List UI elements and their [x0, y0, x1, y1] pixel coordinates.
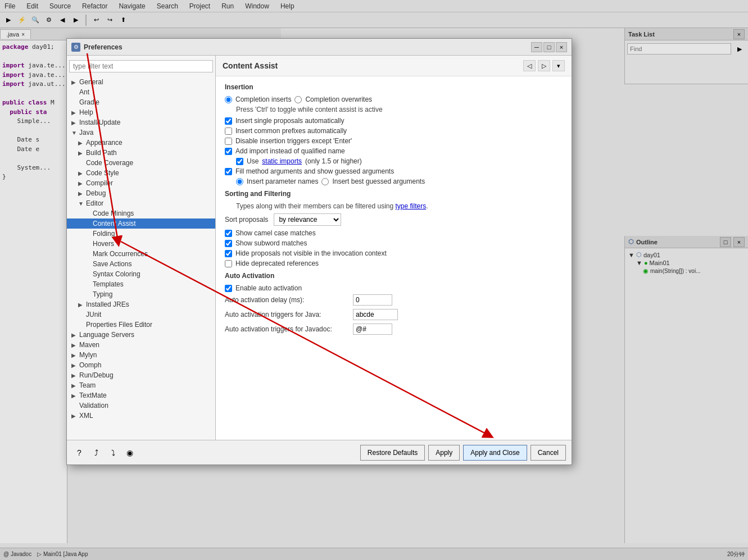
use-static-imports-checkbox[interactable] [236, 158, 243, 165]
pref-item-code-minings[interactable]: Code Minings [67, 208, 215, 218]
pref-item-editor[interactable]: ▼ Editor [67, 198, 215, 208]
pref-item-label: Maven [79, 341, 99, 349]
expand-arrow-icon: ▶ [78, 150, 85, 156]
dialog-maximize-btn[interactable]: □ [543, 42, 555, 52]
pref-item-installed-jres[interactable]: ▶ Installed JREs [67, 299, 215, 309]
pref-item-code-coverage[interactable]: Code Coverage [67, 158, 215, 168]
preferences-content: Content Assist ◁ ▷ ▾ Insertion Completio… [216, 56, 572, 440]
pref-item-team[interactable]: ▶ Team [67, 380, 215, 390]
pref-item-label: Java [79, 129, 93, 136]
footer-help-btn[interactable]: ? [72, 446, 86, 459]
pref-item-run-debug[interactable]: ▶ Run/Debug [67, 370, 215, 380]
hide-proposals-checkbox[interactable] [225, 250, 232, 257]
pref-item-label: Properties Files Editor [86, 321, 152, 329]
javadoc-triggers-row: Auto activation triggers for Javadoc: [225, 324, 563, 335]
pref-item-hovers[interactable]: Hovers [67, 239, 215, 249]
insert-single-label: Insert single proposals automatically [235, 117, 344, 125]
pref-item-folding[interactable]: Folding [67, 229, 215, 239]
insert-param-names-radio[interactable] [236, 178, 243, 185]
pref-item-general[interactable]: ▶ General [67, 77, 215, 87]
completion-inserts-radio[interactable] [225, 96, 232, 103]
type-filters-link[interactable]: type filters [395, 202, 426, 210]
content-nav-menu-btn[interactable]: ▾ [552, 60, 565, 71]
add-import-row: Add import instead of qualified name [225, 147, 563, 155]
pref-item-junit[interactable]: JUnit [67, 309, 215, 320]
fill-method-checkbox[interactable] [225, 168, 232, 175]
insert-single-row: Insert single proposals automatically [225, 117, 563, 125]
pref-item-syntax-coloring[interactable]: Syntax Coloring [67, 269, 215, 279]
pref-item-compiler[interactable]: ▶ Compiler [67, 178, 215, 188]
pref-item-build-path[interactable]: ▶ Build Path [67, 148, 215, 158]
pref-item-xml[interactable]: ▶ XML [67, 411, 215, 421]
enable-auto-row: Enable auto activation [225, 284, 563, 292]
add-import-checkbox[interactable] [225, 148, 232, 155]
javadoc-triggers-input[interactable] [353, 324, 392, 335]
show-camel-checkbox[interactable] [225, 230, 232, 237]
pref-item-mylyn[interactable]: ▶ Mylyn [67, 350, 215, 360]
pref-item-ant[interactable]: Ant [67, 87, 215, 97]
pref-item-debug[interactable]: ▶ Debug [67, 188, 215, 198]
footer-import-btn[interactable]: ⤵ [106, 446, 120, 459]
pref-item-label: Code Style [86, 169, 119, 177]
insert-common-checkbox[interactable] [225, 128, 232, 135]
static-imports-link[interactable]: static imports [262, 157, 302, 165]
content-nav-back-btn[interactable]: ◁ [523, 60, 536, 71]
hide-deprecated-row: Hide deprecated references [225, 259, 563, 267]
expand-arrow-icon: ▶ [71, 120, 78, 126]
pref-item-code-style[interactable]: ▶ Code Style [67, 168, 215, 178]
dialog-close-btn[interactable]: × [556, 42, 567, 52]
dialog-minimize-btn[interactable]: ─ [531, 42, 542, 52]
content-nav-forward-btn[interactable]: ▷ [538, 60, 550, 71]
pref-item-label: Save Actions [93, 260, 132, 268]
pref-item-language-servers[interactable]: ▶ Language Servers [67, 330, 215, 340]
apply-btn[interactable]: Apply [428, 445, 460, 461]
content-nav-buttons: ◁ ▷ ▾ [523, 60, 565, 71]
pref-item-typing[interactable]: Typing [67, 289, 215, 299]
pref-filter-input[interactable] [69, 60, 213, 72]
pref-item-label: Mark Occurrences [93, 250, 148, 258]
delay-input[interactable] [353, 294, 392, 306]
apply-close-btn[interactable]: Apply and Close [463, 445, 527, 461]
footer-export-btn[interactable]: ⤴ [89, 446, 103, 459]
pref-item-install-update[interactable]: ▶ Install/Update [67, 117, 215, 128]
cancel-btn[interactable]: Cancel [531, 445, 566, 461]
insert-single-checkbox[interactable] [225, 117, 232, 125]
pref-item-mark-occurrences[interactable]: Mark Occurrences [67, 249, 215, 259]
pref-item-templates[interactable]: Templates [67, 279, 215, 289]
dialog-titlebar-buttons: ─ □ × [531, 42, 567, 52]
dialog-footer: ? ⤴ ⤵ ◉ Restore Defaults Apply Apply and… [67, 440, 572, 465]
pref-item-java[interactable]: ▼ Java [67, 128, 215, 138]
insert-best-guessed-radio[interactable] [321, 178, 329, 185]
pref-item-gradle[interactable]: Gradle [67, 97, 215, 107]
pref-item-label: Typing [93, 290, 112, 298]
footer-settings-btn[interactable]: ◉ [123, 446, 137, 459]
pref-item-oomph[interactable]: ▶ Oomph [67, 360, 215, 370]
pref-item-label: Appearance [86, 139, 123, 147]
pref-item-label: Team [79, 381, 96, 389]
section-sorting-label: Sorting and Filtering [225, 190, 563, 198]
expand-arrow-icon: ▶ [71, 393, 78, 399]
pref-item-help[interactable]: ▶ Help [67, 107, 215, 117]
hide-deprecated-checkbox[interactable] [225, 260, 232, 267]
pref-item-appearance[interactable]: ▶ Appearance [67, 138, 215, 148]
hide-deprecated-label: Hide deprecated references [235, 259, 319, 267]
pref-item-validation[interactable]: Validation [67, 400, 215, 411]
completion-overwrites-radio[interactable] [294, 96, 302, 103]
java-triggers-input[interactable] [353, 309, 398, 320]
pref-item-maven[interactable]: ▶ Maven [67, 340, 215, 350]
pref-item-save-actions[interactable]: Save Actions [67, 259, 215, 269]
pref-item-label: Content Assist [93, 220, 136, 227]
expand-arrow-icon: ▼ [71, 130, 78, 136]
sort-proposals-select[interactable]: by relevance alphabetically [274, 213, 341, 226]
pref-item-textmate[interactable]: ▶ TextMate [67, 390, 215, 400]
show-subword-checkbox[interactable] [225, 240, 232, 247]
pref-item-label: Run/Debug [79, 371, 114, 379]
restore-defaults-btn[interactable]: Restore Defaults [360, 445, 425, 461]
expand-arrow-icon: ▶ [78, 170, 85, 176]
pref-item-properties-files-editor[interactable]: Properties Files Editor [67, 320, 215, 330]
pref-item-content-assist[interactable]: Content Assist [67, 218, 215, 229]
disable-triggers-checkbox[interactable] [225, 138, 232, 145]
enable-auto-checkbox[interactable] [225, 285, 232, 292]
pref-item-label: Validation [79, 402, 108, 409]
expand-arrow-icon: ▶ [78, 140, 85, 146]
